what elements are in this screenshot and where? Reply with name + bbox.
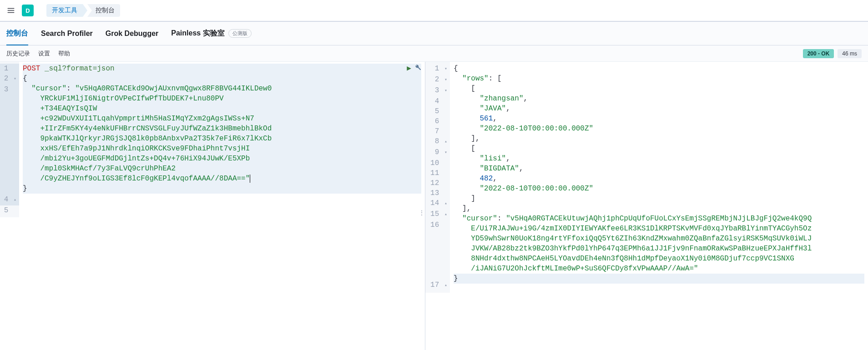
dev-tools-tabs: 控制台 Search Profiler Grok Debugger Painle… [0,22,868,45]
console-toolbar-left: 历史记录 设置 帮助 [6,50,70,58]
response-code[interactable]: { "rows": [ [ "zhangsan", "JAVA", 561, "… [450,62,868,285]
response-gutter: 1 ▾2 ▾3 ▾4 5 6 7 8 ▴9 ▾10 11 12 13 14 ▴1… [425,62,450,293]
tab-console[interactable]: 控制台 [6,22,28,45]
breadcrumb-dev-tools[interactable]: 开发工具 [46,4,83,17]
status-badge: 200 - OK [803,49,834,58]
tab-painless-lab-label: Painless 实验室 [171,29,224,38]
play-icon[interactable]: ▶ [407,64,411,73]
breadcrumb-console[interactable]: 控制台 [87,4,120,17]
request-gutter: 1 2 ▾3 4 ▴5 [0,62,19,217]
history-link[interactable]: 历史记录 [6,50,30,58]
response-pane[interactable]: 1 ▾2 ▾3 ▾4 5 6 7 8 ▴9 ▾10 11 12 13 14 ▴1… [425,62,868,350]
console-toolbar: 历史记录 设置 帮助 200 - OK 46 ms [0,45,868,62]
beta-badge: 公测版 [228,29,252,38]
editor-split: ▶ 1 2 ▾3 4 ▴5 POST _sql?format=json{ "cu… [0,62,868,350]
tab-search-profiler[interactable]: Search Profiler [41,23,93,44]
top-bar: D 开发工具 控制台 [0,0,868,22]
breadcrumb: 开发工具 控制台 [46,4,120,17]
request-actions: ▶ [407,64,421,73]
hamburger-icon [7,6,15,15]
response-time-badge: 46 ms [838,49,862,58]
tab-grok-debugger[interactable]: Grok Debugger [106,23,158,44]
settings-link[interactable]: 设置 [38,50,50,58]
request-pane[interactable]: ▶ 1 2 ▾3 4 ▴5 POST _sql?format=json{ "cu… [0,62,425,350]
wrench-icon[interactable] [414,64,421,73]
request-code[interactable]: POST _sql?format=json{ "cursor": "v5HqA0… [19,62,425,205]
tab-painless-lab[interactable]: Painless 实验室 公测版 [171,22,251,45]
menu-toggle-button[interactable] [4,3,18,18]
workspace-logo[interactable]: D [22,5,34,16]
help-link[interactable]: 帮助 [58,50,70,58]
console-toolbar-right: 200 - OK 46 ms [803,49,862,58]
